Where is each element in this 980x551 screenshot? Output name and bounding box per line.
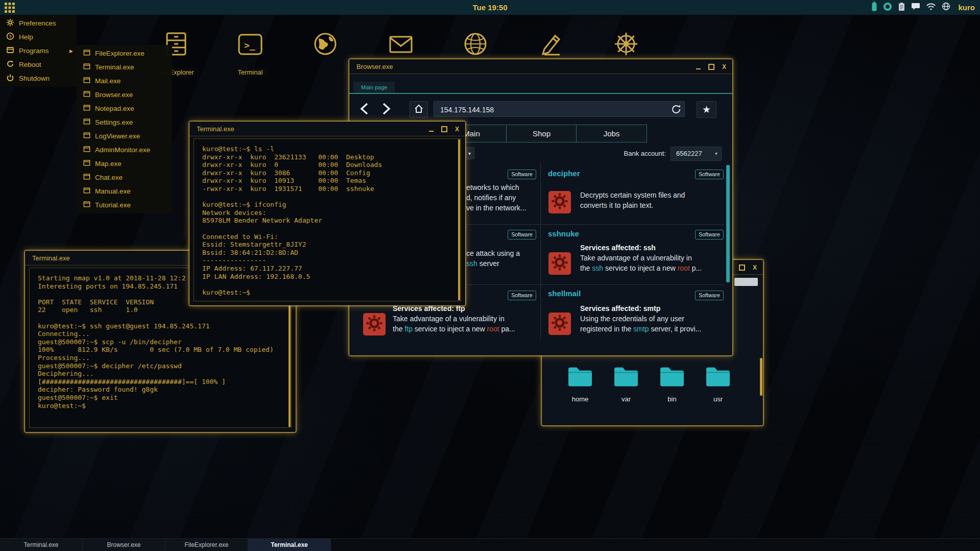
bookmark-button[interactable]: ★	[697, 101, 716, 118]
folder-label: bin	[649, 395, 695, 403]
map-globe-icon	[312, 31, 339, 59]
desktop-icon-notepad[interactable]	[523, 31, 580, 59]
submenu-item-chat[interactable]: Chat.exe	[77, 171, 172, 184]
bank-account-dropdown[interactable]: 6562227 ▾	[671, 147, 722, 161]
window-icon	[83, 104, 90, 113]
maximize-button[interactable]	[739, 265, 745, 271]
folder-icon	[613, 380, 639, 389]
gear-icon	[551, 192, 569, 212]
browser-titlebar[interactable]: Browser.exe X	[349, 59, 732, 74]
star-icon: ★	[702, 104, 711, 115]
refresh-icon[interactable]	[671, 104, 682, 115]
home-button[interactable]	[410, 101, 428, 118]
svg-text:>_: >_	[244, 40, 255, 51]
scrollbar[interactable]	[726, 165, 730, 282]
submenu-item-map[interactable]: Map.exe	[77, 157, 172, 171]
close-button[interactable]: X	[722, 64, 726, 70]
menu-item-programs[interactable]: Programs ▶	[0, 44, 77, 58]
network-globe-icon	[942, 2, 950, 13]
chat-icon	[911, 3, 920, 13]
submenu-item-manual[interactable]: Manual.exe	[77, 184, 172, 198]
card-title: shellmail	[548, 289, 581, 298]
submenu-item-browser[interactable]: Browser.exe	[77, 88, 172, 102]
menu-item-help[interactable]: ? Help	[0, 30, 77, 44]
terminal-icon: >_	[237, 31, 264, 59]
terminal-content[interactable]: kuro@test:~$ ls -l drwxr-xr-x kuro 23621…	[194, 138, 461, 301]
card-description: Decrypts certain system files and conver…	[580, 190, 685, 210]
minimize-button[interactable]	[429, 127, 434, 132]
power-icon	[6, 74, 14, 84]
minimize-button[interactable]	[696, 64, 701, 69]
url-input[interactable]	[439, 102, 666, 117]
browser-page-tab[interactable]: Main page	[353, 82, 395, 93]
window-title: Browser.exe	[356, 63, 393, 70]
tab-shop[interactable]: Shop	[506, 125, 577, 142]
scrollbar[interactable]	[760, 358, 762, 396]
tab-jobs[interactable]: Jobs	[576, 125, 647, 142]
submenu-item-notepad[interactable]: Notepad.exe	[77, 102, 172, 115]
folder-label: home	[557, 395, 603, 403]
window-icon	[83, 49, 90, 58]
url-bar	[434, 101, 685, 117]
desktop-icon-browser[interactable]	[447, 31, 504, 59]
software-icon	[548, 191, 571, 213]
submenu-item-tutorial[interactable]: Tutorial.exe	[77, 198, 172, 212]
submenu-item-adminmonitor[interactable]: AdminMonitor.exe	[77, 143, 172, 157]
taskbar-item-fileexplorer[interactable]: FileExplorer.exe	[165, 539, 248, 551]
taskbar-item-browser[interactable]: Browser.exe	[83, 539, 165, 551]
submenu-item-settings[interactable]: Settings.exe	[77, 115, 172, 129]
desktop-icon-mail[interactable]	[373, 31, 429, 59]
software-badge: Software	[695, 170, 724, 179]
svg-text:?: ?	[9, 34, 12, 39]
folder-item[interactable]: usr	[695, 365, 741, 403]
back-button[interactable]	[357, 101, 373, 116]
gear-icon	[6, 18, 14, 29]
window-icon	[83, 159, 90, 168]
terminal-titlebar[interactable]: Terminal.exe X	[189, 122, 465, 136]
card-description: Services affected: smtp Using the creden…	[580, 303, 701, 334]
menu-item-reboot[interactable]: Reboot	[0, 58, 77, 71]
desktop-icon-terminal[interactable]: >_ Terminal	[222, 31, 278, 77]
window-icon	[83, 173, 90, 182]
maximize-button[interactable]	[441, 126, 447, 132]
card-description: etworks to which d, notifies if any ve i…	[466, 182, 527, 213]
window-title: Terminal.exe	[197, 125, 234, 133]
battery-icon	[871, 2, 877, 13]
submenu-item-logviewer[interactable]: LogViewer.exe	[77, 129, 172, 143]
card-description: Services affected: ftp Take advantage of…	[393, 303, 515, 334]
chevron-down-icon: ▾	[468, 151, 471, 156]
folder-item[interactable]: var	[603, 365, 649, 403]
submenu-item-fileexplorer[interactable]: FileExplorer.exe	[77, 46, 172, 60]
desktop-icon-settings[interactable]	[598, 31, 654, 59]
menu-item-shutdown[interactable]: Shutdown	[0, 71, 77, 85]
close-button[interactable]: X	[455, 126, 459, 132]
folder-item[interactable]: bin	[649, 365, 695, 403]
menu-item-preferences[interactable]: Preferences	[0, 16, 77, 30]
chevron-down-icon: ▾	[715, 147, 718, 160]
desktop-icon-label: Terminal	[232, 67, 268, 77]
folder-label: var	[603, 395, 649, 403]
submenu-item-mail[interactable]: Mail.exe	[77, 74, 172, 88]
terminal-front-window: Terminal.exe X kuro@test:~$ ls -l drwxr-…	[189, 121, 466, 306]
folder-icon	[659, 380, 685, 389]
software-icon	[548, 313, 571, 335]
taskbar-item-terminal-2[interactable]: Terminal.exe	[248, 539, 331, 551]
window-icon	[83, 146, 90, 154]
close-button[interactable]: X	[753, 265, 757, 271]
folder-item[interactable]: home	[557, 365, 603, 403]
tab-underline	[349, 93, 732, 94]
card-description: Services affected: ssh Take advantage of…	[580, 243, 702, 273]
taskbar-item-terminal-1[interactable]: Terminal.exe	[0, 539, 83, 551]
maximize-button[interactable]	[708, 64, 714, 70]
submenu-item-terminal[interactable]: Terminal.exe	[77, 60, 172, 74]
programs-icon	[6, 46, 14, 56]
username: kuro	[958, 3, 975, 12]
forward-button[interactable]	[378, 101, 393, 116]
help-icon: ?	[6, 32, 14, 42]
folder-label: usr	[695, 395, 741, 403]
desktop-icon-map[interactable]	[297, 31, 353, 59]
search-input[interactable]	[734, 278, 758, 286]
scrollbar[interactable]	[458, 139, 460, 300]
browser-globe-icon	[462, 31, 489, 59]
window-icon	[83, 63, 90, 71]
